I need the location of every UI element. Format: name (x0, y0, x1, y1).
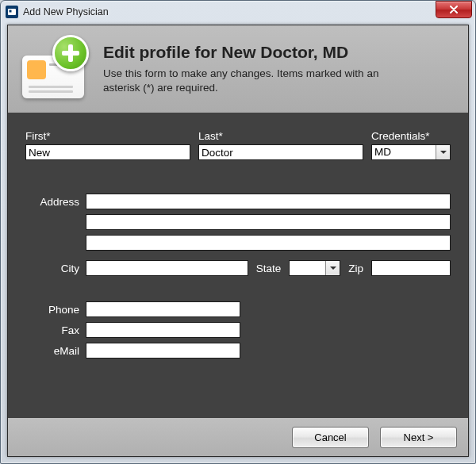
page-subtitle: Use this form to make any changes. Items… (103, 67, 405, 95)
state-select[interactable] (289, 260, 340, 276)
window-title: Add New Physician (23, 6, 436, 17)
city-input[interactable] (86, 260, 248, 276)
label-last: Last* (198, 130, 363, 142)
close-icon (449, 4, 459, 16)
content-panel: Edit profile for New Doctor, MD Use this… (7, 25, 469, 457)
chevron-down-icon (325, 261, 340, 275)
app-icon (6, 6, 18, 18)
label-fax: Fax (25, 324, 86, 336)
svg-rect-1 (10, 10, 12, 13)
last-input[interactable] (198, 144, 363, 160)
credentials-select[interactable]: MD (371, 144, 451, 160)
add-contact-icon (22, 36, 94, 102)
label-address: Address (25, 196, 86, 208)
label-first: First* (25, 130, 190, 142)
close-button[interactable] (436, 1, 472, 18)
label-city: City (25, 263, 86, 274)
phone-input[interactable] (86, 301, 240, 317)
fax-input[interactable] (86, 322, 240, 338)
footer: Cancel Next > (8, 418, 468, 456)
address2-input[interactable] (86, 214, 451, 230)
form-area: First* Last* Credentials* MD (8, 113, 468, 359)
address3-input[interactable] (86, 235, 451, 251)
label-email: eMail (25, 345, 86, 357)
header-band: Edit profile for New Doctor, MD Use this… (8, 25, 468, 113)
chevron-down-icon (436, 145, 450, 159)
titlebar[interactable]: Add New Physician (1, 1, 475, 23)
label-credentials: Credentials* (371, 130, 451, 142)
label-zip: Zip (348, 263, 363, 274)
first-input[interactable] (25, 144, 190, 160)
zip-input[interactable] (371, 260, 451, 276)
page-title: Edit profile for New Doctor, MD (103, 43, 405, 62)
address1-input[interactable] (86, 194, 451, 209)
label-state: State (256, 263, 282, 274)
plus-icon (52, 35, 89, 71)
next-button[interactable]: Next > (380, 427, 457, 448)
label-phone: Phone (25, 304, 86, 316)
cancel-button[interactable]: Cancel (292, 427, 369, 448)
dialog-window: Add New Physician Edit profile for New D… (0, 0, 476, 464)
email-input[interactable] (86, 343, 240, 359)
